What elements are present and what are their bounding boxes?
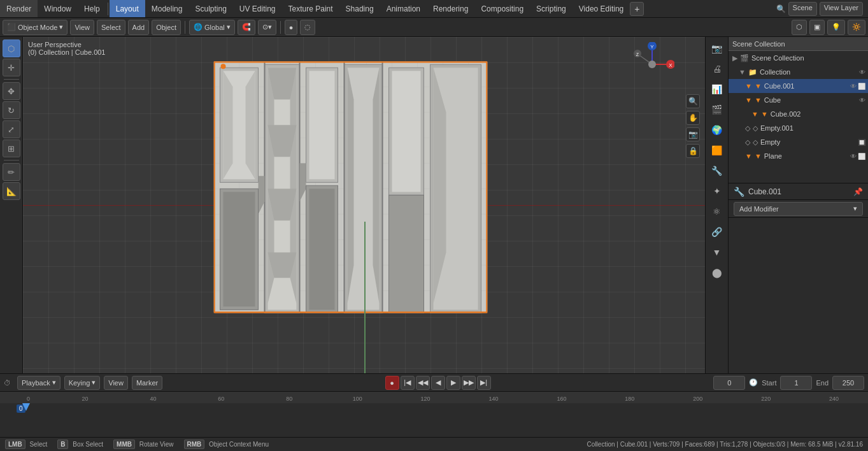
play-back-button[interactable]: ◀ <box>431 376 445 390</box>
navigation-gizmo[interactable]: Y X Z <box>630 42 674 87</box>
view-menu[interactable]: View <box>70 20 94 35</box>
start-frame-input[interactable]: 1 <box>780 376 812 390</box>
playback-dropdown: ▾ <box>52 378 56 387</box>
svg-rect-39 <box>392 71 420 192</box>
prop-tab-object[interactable]: 🟧 <box>708 141 726 159</box>
tab-uv-editing[interactable]: UV Editing <box>233 0 282 17</box>
transform-selector[interactable]: 🌐 Global ▾ <box>189 20 235 35</box>
tool-cursor[interactable]: ✛ <box>3 59 20 76</box>
outliner-item-plane[interactable]: ▼ ▼ Plane 👁 ⬜ <box>729 149 868 163</box>
prop-tab-constraints[interactable]: 🔗 <box>708 223 726 241</box>
tool-rotate[interactable]: ↻ <box>3 101 20 119</box>
collection-icon: 📁 <box>748 68 757 76</box>
jump-end-button[interactable]: ▶| <box>477 376 491 390</box>
camera-view[interactable]: 📷 <box>686 127 700 141</box>
timeline-area: ⏱ Playback ▾ Keying ▾ View Marker ● |◀ ◀… <box>0 373 868 437</box>
tab-shading[interactable]: Shading <box>339 0 380 17</box>
prop-tab-view-layer[interactable]: 📊 <box>708 80 726 98</box>
tab-sculpting[interactable]: Sculpting <box>189 0 232 17</box>
outliner-item-cube001[interactable]: ▼ ▼ Cube.001 👁 ⬜ <box>729 79 868 93</box>
plane-filter-icon: ⬜ <box>858 153 865 160</box>
cube002-label: Cube.002 <box>771 110 801 118</box>
timeline-track[interactable]: 0 20 40 60 80 100 120 140 160 180 200 22… <box>0 392 868 437</box>
add-workspace-button[interactable]: + <box>630 2 644 16</box>
svg-rect-50 <box>223 192 255 306</box>
tab-rendering[interactable]: Rendering <box>427 0 474 17</box>
tool-annotate[interactable]: ✏ <box>3 163 20 181</box>
pin-icon[interactable]: 📌 <box>853 187 863 196</box>
plane-visibility: 👁 ⬜ <box>850 153 865 160</box>
viewport-toolbar: ⬛ Object Mode ▾ View Select Add Object 🌐… <box>0 18 868 37</box>
object-name-label: Cube.001 <box>748 187 850 196</box>
mode-selector[interactable]: ⬛ Object Mode ▾ <box>3 20 68 35</box>
outliner-item-cube002[interactable]: ▼ ▼ Cube.002 <box>729 107 868 121</box>
tab-scripting[interactable]: Scripting <box>530 0 573 17</box>
tool-measure[interactable]: 📐 <box>3 182 20 200</box>
add-modifier-button[interactable]: Add Modifier ▾ <box>734 202 863 216</box>
outliner-scene-collection[interactable]: ▶ 🎬 Scene Collection <box>729 51 868 65</box>
mark-60: 60 <box>187 396 255 402</box>
snap-toggle[interactable]: 🧲 <box>238 20 255 35</box>
scene-selector[interactable]: Scene <box>788 2 817 16</box>
overlay-toggle[interactable]: ⬡ <box>792 20 807 35</box>
record-button[interactable]: ● <box>385 376 399 390</box>
tab-video-editing[interactable]: Video Editing <box>573 0 630 17</box>
zoom-to-fit[interactable]: 🔍 <box>686 94 700 108</box>
add-menu[interactable]: Add <box>128 20 150 35</box>
playback-menu[interactable]: Playback ▾ <box>17 376 60 390</box>
prop-tab-data[interactable]: ▼ <box>708 243 726 261</box>
end-frame-input[interactable]: 250 <box>832 376 864 390</box>
prop-tab-particles[interactable]: ✦ <box>708 182 726 200</box>
jump-start-button[interactable]: |◀ <box>401 376 415 390</box>
outliner-item-collection[interactable]: ▼ 📁 Collection 👁 <box>729 65 868 79</box>
prop-tab-material[interactable]: ⬤ <box>708 264 726 282</box>
viewport-shading-wire[interactable]: ◌ <box>300 20 315 35</box>
select-menu[interactable]: Select <box>97 20 125 35</box>
menu-render[interactable]: Render <box>0 0 38 17</box>
proportional-edit[interactable]: ⊙▾ <box>258 20 276 35</box>
prop-tab-world[interactable]: 🌍 <box>708 121 726 139</box>
viewport[interactable]: User Perspective (0) Collection | Cube.0… <box>23 37 705 373</box>
prop-tab-modifier[interactable]: 🔧 <box>708 162 726 180</box>
tool-select[interactable]: ⬡ <box>3 39 20 57</box>
outliner-item-cube[interactable]: ▼ ▼ Cube 👁 <box>729 93 868 107</box>
step-forward-button[interactable]: ▶▶ <box>462 376 476 390</box>
prop-tab-output[interactable]: 🖨 <box>708 60 726 78</box>
xray-toggle[interactable]: ▣ <box>809 20 825 35</box>
menu-help[interactable]: Help <box>78 0 106 17</box>
keying-menu[interactable]: Keying ▾ <box>64 376 101 390</box>
tab-compositing[interactable]: Compositing <box>474 0 530 17</box>
viewport-shading-rendered[interactable]: 🔆 <box>848 20 865 35</box>
outliner-item-empty001[interactable]: ◇ ◇ Empty.001 <box>729 121 868 135</box>
tool-scale[interactable]: ⤢ <box>3 120 20 138</box>
prop-tab-render[interactable]: 📷 <box>708 39 726 57</box>
mark-100: 100 <box>324 396 392 402</box>
empty-mesh-icon: ◇ <box>753 138 758 147</box>
outliner-item-empty[interactable]: ◇ ◇ Empty 🔲 <box>729 135 868 149</box>
view-menu[interactable]: View <box>104 376 128 390</box>
tool-move[interactable]: ✥ <box>3 82 20 100</box>
cube001-visibility: 👁 ⬜ <box>850 83 865 90</box>
cube-expand: ▼ <box>745 96 752 104</box>
cube-mesh-icon: ▼ <box>755 96 762 104</box>
prop-tab-scene[interactable]: 🎬 <box>708 101 726 118</box>
marker-menu[interactable]: Marker <box>132 376 162 390</box>
tab-modeling[interactable]: Modeling <box>145 0 189 17</box>
viewport-shading-solid[interactable]: ● <box>285 20 298 35</box>
object-menu[interactable]: Object <box>152 20 181 35</box>
view-layer-selector[interactable]: View Layer <box>820 2 863 16</box>
play-button[interactable]: ▶ <box>446 376 460 390</box>
step-back-button[interactable]: ◀◀ <box>416 376 430 390</box>
tab-animation[interactable]: Animation <box>380 0 427 17</box>
current-frame-input[interactable]: 0 <box>713 376 745 390</box>
pan-view[interactable]: ✋ <box>686 111 700 125</box>
tab-texture-paint[interactable]: Texture Paint <box>282 0 339 17</box>
prop-tab-physics[interactable]: ⚛ <box>708 203 726 220</box>
menu-window[interactable]: Window <box>38 0 78 17</box>
svg-rect-52 <box>309 189 334 310</box>
cube001-expand: ▼ <box>745 82 752 90</box>
lock-camera[interactable]: 🔒 <box>686 144 700 158</box>
tab-layout[interactable]: Layout <box>110 0 145 17</box>
viewport-render[interactable]: 💡 <box>827 20 845 35</box>
tool-transform[interactable]: ⊞ <box>3 140 20 157</box>
